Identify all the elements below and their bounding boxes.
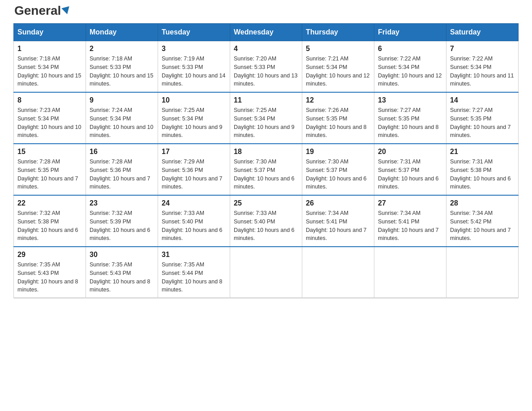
day-number: 3 [162, 45, 226, 53]
column-header-saturday: Saturday [446, 24, 519, 41]
day-number: 11 [234, 96, 298, 104]
day-info: Sunrise: 7:34 AM Sunset: 5:42 PM Dayligh… [450, 209, 515, 243]
day-info: Sunrise: 7:24 AM Sunset: 5:34 PM Dayligh… [90, 106, 154, 140]
day-info: Sunrise: 7:20 AM Sunset: 5:33 PM Dayligh… [234, 55, 298, 88]
calendar-cell: 6 Sunrise: 7:22 AM Sunset: 5:34 PM Dayli… [374, 41, 446, 93]
logo-general-text2: General [14, 4, 61, 18]
day-number: 26 [306, 199, 370, 207]
day-info: Sunrise: 7:23 AM Sunset: 5:34 PM Dayligh… [17, 106, 82, 140]
day-number: 17 [162, 148, 226, 156]
calendar-cell: 11 Sunrise: 7:25 AM Sunset: 5:34 PM Dayl… [230, 92, 302, 144]
calendar-cell: 19 Sunrise: 7:30 AM Sunset: 5:37 PM Dayl… [302, 144, 374, 195]
calendar-cell: 18 Sunrise: 7:30 AM Sunset: 5:37 PM Dayl… [230, 144, 302, 195]
calendar-cell: 1 Sunrise: 7:18 AM Sunset: 5:34 PM Dayli… [14, 41, 86, 93]
calendar-cell: 4 Sunrise: 7:20 AM Sunset: 5:33 PM Dayli… [230, 41, 302, 93]
day-number: 19 [306, 148, 370, 156]
calendar-table: SundayMondayTuesdayWednesdayThursdayFrid… [13, 23, 519, 298]
calendar-cell: 25 Sunrise: 7:33 AM Sunset: 5:40 PM Dayl… [230, 195, 302, 247]
calendar-cell: 22 Sunrise: 7:32 AM Sunset: 5:38 PM Dayl… [14, 195, 86, 247]
day-info: Sunrise: 7:29 AM Sunset: 5:36 PM Dayligh… [162, 158, 226, 191]
calendar-cell: 26 Sunrise: 7:34 AM Sunset: 5:41 PM Dayl… [302, 195, 374, 247]
day-info: Sunrise: 7:30 AM Sunset: 5:37 PM Dayligh… [306, 158, 370, 191]
day-info: Sunrise: 7:32 AM Sunset: 5:39 PM Dayligh… [90, 209, 154, 243]
column-header-monday: Monday [86, 24, 158, 41]
day-number: 5 [306, 45, 370, 53]
day-number: 15 [17, 148, 82, 156]
day-number: 25 [234, 199, 298, 207]
day-info: Sunrise: 7:22 AM Sunset: 5:34 PM Dayligh… [378, 55, 442, 88]
day-info: Sunrise: 7:35 AM Sunset: 5:43 PM Dayligh… [90, 261, 154, 294]
calendar-cell: 2 Sunrise: 7:18 AM Sunset: 5:33 PM Dayli… [86, 41, 158, 93]
calendar-cell: 9 Sunrise: 7:24 AM Sunset: 5:34 PM Dayli… [86, 92, 158, 144]
calendar-cell: 15 Sunrise: 7:28 AM Sunset: 5:35 PM Dayl… [14, 144, 86, 195]
page-header: General [13, 9, 519, 14]
day-number: 8 [17, 96, 82, 104]
day-number: 21 [450, 148, 515, 156]
day-info: Sunrise: 7:25 AM Sunset: 5:34 PM Dayligh… [162, 106, 226, 140]
calendar-week-row: 22 Sunrise: 7:32 AM Sunset: 5:38 PM Dayl… [14, 195, 519, 247]
calendar-cell: 17 Sunrise: 7:29 AM Sunset: 5:36 PM Dayl… [158, 144, 230, 195]
calendar-cell: 23 Sunrise: 7:32 AM Sunset: 5:39 PM Dayl… [86, 195, 158, 247]
calendar-cell: 12 Sunrise: 7:26 AM Sunset: 5:35 PM Dayl… [302, 92, 374, 144]
day-info: Sunrise: 7:31 AM Sunset: 5:37 PM Dayligh… [378, 158, 442, 191]
column-header-thursday: Thursday [302, 24, 374, 41]
day-info: Sunrise: 7:25 AM Sunset: 5:34 PM Dayligh… [234, 106, 298, 140]
day-info: Sunrise: 7:33 AM Sunset: 5:40 PM Dayligh… [234, 209, 298, 243]
day-number: 27 [378, 199, 442, 207]
calendar-week-row: 15 Sunrise: 7:28 AM Sunset: 5:35 PM Dayl… [14, 144, 519, 195]
calendar-cell: 29 Sunrise: 7:35 AM Sunset: 5:43 PM Dayl… [14, 247, 86, 298]
day-info: Sunrise: 7:31 AM Sunset: 5:38 PM Dayligh… [450, 158, 515, 191]
calendar-cell: 20 Sunrise: 7:31 AM Sunset: 5:37 PM Dayl… [374, 144, 446, 195]
day-info: Sunrise: 7:19 AM Sunset: 5:33 PM Dayligh… [162, 55, 226, 88]
calendar-cell [302, 247, 374, 298]
calendar-cell: 30 Sunrise: 7:35 AM Sunset: 5:43 PM Dayl… [86, 247, 158, 298]
logo-blue-triangle [62, 6, 72, 15]
day-info: Sunrise: 7:21 AM Sunset: 5:34 PM Dayligh… [306, 55, 370, 88]
calendar-cell: 10 Sunrise: 7:25 AM Sunset: 5:34 PM Dayl… [158, 92, 230, 144]
day-info: Sunrise: 7:27 AM Sunset: 5:35 PM Dayligh… [378, 106, 442, 140]
calendar-cell [230, 247, 302, 298]
day-number: 18 [234, 148, 298, 156]
calendar-cell: 13 Sunrise: 7:27 AM Sunset: 5:35 PM Dayl… [374, 92, 446, 144]
day-number: 28 [450, 199, 515, 207]
day-info: Sunrise: 7:27 AM Sunset: 5:35 PM Dayligh… [450, 106, 515, 140]
calendar-week-row: 29 Sunrise: 7:35 AM Sunset: 5:43 PM Dayl… [14, 247, 519, 298]
column-header-sunday: Sunday [14, 24, 86, 41]
calendar-cell: 24 Sunrise: 7:33 AM Sunset: 5:40 PM Dayl… [158, 195, 230, 247]
calendar-week-row: 1 Sunrise: 7:18 AM Sunset: 5:34 PM Dayli… [14, 41, 519, 93]
day-info: Sunrise: 7:33 AM Sunset: 5:40 PM Dayligh… [162, 209, 226, 243]
calendar-header-row: SundayMondayTuesdayWednesdayThursdayFrid… [14, 24, 519, 41]
day-number: 13 [378, 96, 442, 104]
day-info: Sunrise: 7:32 AM Sunset: 5:38 PM Dayligh… [17, 209, 82, 243]
calendar-cell: 28 Sunrise: 7:34 AM Sunset: 5:42 PM Dayl… [446, 195, 519, 247]
day-number: 4 [234, 45, 298, 53]
day-number: 20 [378, 148, 442, 156]
calendar-cell [446, 247, 519, 298]
day-number: 29 [17, 251, 82, 259]
calendar-cell: 27 Sunrise: 7:34 AM Sunset: 5:41 PM Dayl… [374, 195, 446, 247]
calendar-cell [374, 247, 446, 298]
calendar-week-row: 8 Sunrise: 7:23 AM Sunset: 5:34 PM Dayli… [14, 92, 519, 144]
logo: General [13, 9, 72, 14]
calendar-cell: 8 Sunrise: 7:23 AM Sunset: 5:34 PM Dayli… [14, 92, 86, 144]
calendar-cell: 21 Sunrise: 7:31 AM Sunset: 5:38 PM Dayl… [446, 144, 519, 195]
day-info: Sunrise: 7:26 AM Sunset: 5:35 PM Dayligh… [306, 106, 370, 140]
column-header-tuesday: Tuesday [158, 24, 230, 41]
day-info: Sunrise: 7:34 AM Sunset: 5:41 PM Dayligh… [306, 209, 370, 243]
day-info: Sunrise: 7:22 AM Sunset: 5:34 PM Dayligh… [450, 55, 515, 88]
day-info: Sunrise: 7:35 AM Sunset: 5:43 PM Dayligh… [17, 261, 82, 294]
day-number: 1 [17, 45, 82, 53]
calendar-cell: 16 Sunrise: 7:28 AM Sunset: 5:36 PM Dayl… [86, 144, 158, 195]
day-number: 10 [162, 96, 226, 104]
day-number: 2 [90, 45, 154, 53]
day-info: Sunrise: 7:18 AM Sunset: 5:33 PM Dayligh… [90, 55, 154, 88]
calendar-cell: 31 Sunrise: 7:35 AM Sunset: 5:44 PM Dayl… [158, 247, 230, 298]
day-number: 22 [17, 199, 82, 207]
day-number: 24 [162, 199, 226, 207]
calendar-cell: 3 Sunrise: 7:19 AM Sunset: 5:33 PM Dayli… [158, 41, 230, 93]
calendar-cell: 7 Sunrise: 7:22 AM Sunset: 5:34 PM Dayli… [446, 41, 519, 93]
day-number: 16 [90, 148, 154, 156]
column-header-wednesday: Wednesday [230, 24, 302, 41]
day-number: 6 [378, 45, 442, 53]
day-number: 12 [306, 96, 370, 104]
